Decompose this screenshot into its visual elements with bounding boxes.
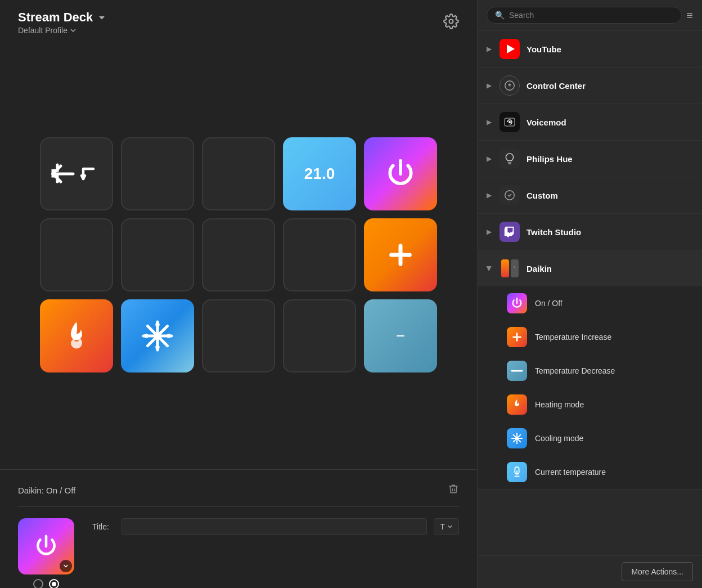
control-icon [500,75,520,96]
philips-icon [500,149,520,169]
key-0-back[interactable] [40,137,113,210]
key-preview [18,518,74,574]
fire-icon [60,319,93,353]
daikin-action-onoff[interactable]: On / Off [478,286,702,320]
key-2-empty[interactable] [202,137,275,210]
list-view-button[interactable]: ≡ [686,9,693,22]
snowflake-icon [141,319,174,353]
delete-button[interactable] [448,483,459,497]
key-8-empty[interactable] [283,218,356,291]
key-4-power[interactable] [364,137,437,210]
preview-power-icon [34,534,58,559]
control-label: Control Center [526,81,693,91]
font-btn-label: T [440,522,445,531]
onoff-label: On / Off [535,299,562,308]
category-youtube-header[interactable]: ▶ YouTube [478,31,702,67]
title-input[interactable] [122,518,427,535]
preview-radio-group [18,579,74,588]
key-5-empty[interactable] [40,218,113,291]
current-temp-label: Current temperature [535,468,606,477]
search-icon: 🔍 [495,11,505,20]
plus-icon [385,239,416,271]
key-7-empty[interactable] [202,218,275,291]
key-12-empty[interactable] [202,299,275,372]
radio-option-1[interactable] [33,579,43,588]
more-actions-button[interactable]: More Actions... [622,562,693,581]
cooling-label: Cooling mode [535,434,583,443]
heating-flame-icon [511,398,523,411]
title-field-row: Title: T [92,518,459,535]
key-14-minus[interactable] [364,299,437,372]
daikin-chevron-icon: ▶ [485,266,493,271]
app-title[interactable]: Stream Deck [18,10,106,25]
daikin-action-tempup[interactable]: Temperature Increase [478,320,702,354]
category-control: ▶ Control Center [478,68,702,104]
key-6-empty[interactable] [121,218,194,291]
category-daikin-header[interactable]: ▶ ° Daikin [478,250,702,286]
key-1-empty[interactable] [121,137,194,210]
daikin-action-tempdown[interactable]: Temperature Decrease [478,354,702,388]
daikin-action-cooling[interactable]: Cooling mode [478,421,702,455]
left-panel: Stream Deck Default Profile [0,0,477,588]
control-center-icon [503,79,516,92]
svg-point-5 [166,334,171,338]
profile-chevron-icon [70,27,76,34]
daikin-icon-temp: ° [511,259,519,277]
category-voicemod: ▶ Voicemod [478,104,702,141]
onoff-power-icon [511,297,523,309]
header-left: Stream Deck Default Profile [18,10,106,35]
tempdown-label: Temperature Decrease [535,366,615,375]
gear-icon [443,14,459,29]
svg-point-2 [155,322,160,327]
daikin-action-heating[interactable]: Heating mode [478,388,702,421]
control-chevron-icon: ▶ [487,82,492,89]
action-list: ▶ YouTube ▶ Control Center [478,31,702,555]
search-bar: 🔍 ≡ [478,0,702,31]
settings-button[interactable] [443,14,459,32]
category-philips: ▶ Philips Hue [478,141,702,177]
key-11-snowflake[interactable] [121,299,194,372]
heating-icon [507,394,527,415]
minus-icon [389,334,412,338]
key-grid: 21.0 [40,137,437,372]
daikin-action-current[interactable]: Current temperature [478,455,702,489]
temperature-value: 21.0 [304,165,335,183]
svg-point-11 [516,437,518,439]
cooling-snowflake-icon [511,432,523,445]
detail-divider [18,506,459,507]
category-twitch-header[interactable]: ▶ Twitch Studio [478,214,702,250]
svg-point-3 [155,345,160,349]
radio-option-2[interactable] [49,579,59,588]
search-input[interactable] [509,11,673,20]
category-control-header[interactable]: ▶ Control Center [478,68,702,104]
detail-panel: Daikin: On / Off [0,469,477,588]
cooling-icon [507,428,527,448]
tempdown-icon [507,361,527,381]
profile-selector[interactable]: Default Profile [18,26,106,35]
category-philips-header[interactable]: ▶ Philips Hue [478,141,702,177]
daikin-icon-temp-label: ° [514,266,516,271]
category-custom-header[interactable]: ▶ Custom [478,177,702,213]
current-temp-icon [511,466,523,478]
key-3-temperature[interactable]: 21.0 [283,137,356,210]
svg-point-7 [508,84,511,87]
detail-action-name: On / Off [46,486,75,495]
custom-icon [500,185,520,205]
current-icon [507,462,527,482]
svg-point-0 [449,20,453,24]
key-10-fire[interactable] [40,299,113,372]
key-13-empty[interactable] [283,299,356,372]
category-voicemod-header[interactable]: ▶ Voicemod [478,104,702,140]
back-icon-svg [76,160,104,187]
daikin-icon-heat [501,259,509,277]
key-9-plus[interactable] [364,218,437,291]
category-daikin: ▶ ° Daikin On / Off [478,250,702,490]
preview-dropdown-button[interactable] [60,560,72,572]
category-custom: ▶ Custom [478,177,702,214]
header: Stream Deck Default Profile [0,0,477,41]
back-arrow-icon [50,160,76,187]
onoff-icon [507,293,527,313]
temp-up-icon [511,331,523,343]
font-button[interactable]: T [434,518,459,535]
twitch-label: Twitch Studio [526,227,693,237]
